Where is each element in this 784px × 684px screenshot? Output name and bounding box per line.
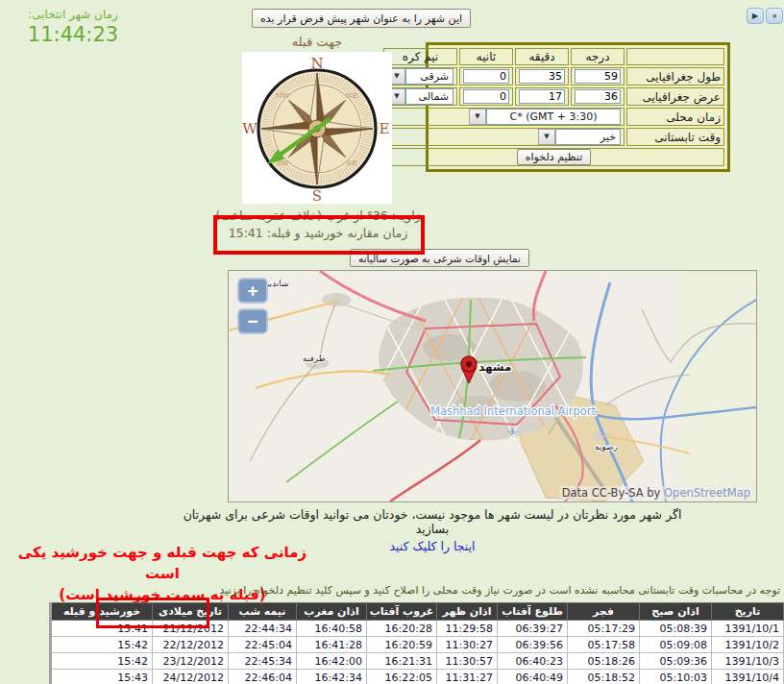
table-cell: 05:10:03 [640, 670, 712, 684]
second-header: ثانیه [459, 48, 513, 65]
table-cell: 11:31:27 [437, 670, 498, 684]
table-cell: 15:43 [51, 670, 153, 684]
play-button[interactable]: ▶ [747, 8, 764, 24]
times-table-header: اذان صبح [640, 603, 712, 621]
compass: N E S W NW NE SW SE [242, 52, 392, 204]
latitude-second-input[interactable] [463, 89, 509, 104]
times-table-header: تاریخ میلادی [153, 603, 229, 621]
table-cell: 22/12/2012 [153, 637, 229, 653]
table-cell: 22:46:04 [229, 670, 297, 684]
map-canvas[interactable]: Mashhad International Airport ✈ شاندیز ط… [229, 271, 756, 501]
click-here-link[interactable]: اینجا را کلیک کنید [389, 539, 475, 553]
compass-west-label: W [242, 120, 257, 137]
dst-value: خیر [555, 129, 621, 145]
map-attribution: Data CC-By-SA by OpenStreetMap [560, 486, 752, 500]
table-cell: 24/12/2012 [153, 670, 229, 684]
attribution-text: Data CC-By-SA by [562, 486, 664, 500]
airplane-icon: ✈ [507, 426, 517, 439]
table-row: 1391/10/205:09:0805:17:5806:39:5611:30:2… [51, 637, 784, 653]
set-default-city-button[interactable]: این شهر را به عنوان شهر پیش فرض قرار بده [252, 9, 471, 28]
qibla-angle-info: زاویه: 36° از غرب (خلاف عقربه ساعت) زمان… [206, 208, 430, 242]
times-table-header: خورشید و قبله [51, 603, 153, 621]
table-cell: 1391/10/4 [712, 670, 784, 684]
table-cell: 22:45:34 [229, 653, 297, 670]
times-table-header: اذان ظهر [437, 603, 498, 621]
selected-city-time: زمان شهر انتخابی: 11:44:23 [6, 8, 140, 46]
times-table-header: طلوع آفتاب [498, 603, 568, 621]
stop-button[interactable]: ■ [766, 8, 783, 24]
longitude-hemisphere-value: شرقی [405, 68, 453, 85]
times-table-body: 1391/10/105:08:3905:17:2906:39:2711:29:5… [51, 621, 784, 684]
longitude-label: طول جغرافیایی [626, 67, 724, 86]
longitude-hemisphere-select[interactable]: شرقی ▼ [388, 68, 453, 85]
table-cell: 11:29:58 [437, 621, 498, 637]
table-cell: 1391/10/2 [712, 637, 784, 653]
play-icon: ▶ [752, 12, 758, 20]
chevron-down-icon[interactable]: ▼ [469, 109, 486, 125]
form-corner-cell [626, 48, 724, 65]
times-table-header: اذان مغرب [297, 603, 367, 621]
local-time-select[interactable]: C* (GMT + 3:30) ▼ [469, 109, 621, 125]
table-cell: 16:41:28 [297, 637, 367, 653]
table-cell: 15:41 [51, 621, 153, 637]
table-cell: 15:42 [51, 637, 153, 653]
table-cell: 06:40:49 [498, 670, 568, 684]
local-time-value: C* (GMT + 3:30) [486, 109, 621, 125]
latitude-minute-input[interactable] [519, 89, 565, 104]
table-row: 1391/10/305:09:3605:18:2606:40:2311:30:5… [51, 653, 784, 670]
custom-set-button[interactable]: تنظیم دلخواه [517, 149, 591, 165]
table-row: 1391/10/405:10:0305:18:5206:40:4911:31:2… [51, 670, 784, 684]
degree-header: درجه [571, 48, 625, 65]
table-cell: 16:21:31 [367, 653, 437, 670]
chevron-down-icon[interactable]: ▼ [538, 129, 555, 145]
longitude-minute-input[interactable] [519, 69, 565, 84]
annual-times-button[interactable]: نمایش اوقات شرعی به صورت سالیانه [350, 249, 529, 267]
compass-northwest-label: NW [275, 91, 290, 100]
build-city-text: اگر شهر مورد نظرتان در لیست شهر ها موجود… [173, 507, 692, 536]
compass-south-label: S [312, 187, 322, 204]
table-cell: 16:22:05 [367, 670, 437, 684]
latitude-label: عرض جغرافیایی [626, 87, 724, 106]
prayer-times-table: تاریخاذان صبحفجرطلوع آفتاباذان ظهرغروب آ… [49, 602, 784, 684]
prayer-times-table-wrap: تاریخاذان صبحفجرطلوع آفتاباذان ظهرغروب آ… [100, 602, 784, 684]
dst-label: وقت تابستانی [626, 128, 724, 146]
selected-city-time-label: زمان شهر انتخابی: [6, 8, 140, 21]
selected-city-time-value: 11:44:23 [6, 23, 140, 46]
compass-southeast-label: SE [346, 159, 356, 167]
table-cell: 1391/10/1 [712, 621, 784, 637]
sun-qibla-match-line: زمان مقارنه خورشید و قبله: 15:41 [206, 225, 430, 242]
table-cell: 16:20:59 [367, 637, 437, 653]
times-table-header: تاریخ [712, 603, 784, 621]
table-cell: 23/12/2012 [153, 653, 229, 670]
minute-header: دقیقه [515, 48, 569, 65]
table-cell: 05:09:08 [640, 637, 712, 653]
compass-north-label: N [310, 55, 323, 72]
map-zoom-in-button[interactable]: + [237, 278, 268, 304]
hemisphere-header: نیم کره [383, 48, 457, 65]
table-cell: 1391/10/3 [712, 653, 784, 670]
latitude-hemisphere-value: شمالی [405, 88, 453, 105]
table-cell: 16:20:28 [367, 621, 437, 637]
compass-rose: N E S W NW NE SW SE [242, 52, 392, 204]
table-cell: 11:30:57 [437, 653, 498, 670]
coordinates-form: درجه دقیقه ثانیه نیم کره طول جغرافیایی ش… [426, 42, 730, 172]
qibla-page: زمان شهر انتخابی: 11:44:23 این شهر را به… [0, 0, 784, 684]
table-cell: 05:17:29 [568, 621, 640, 637]
table-cell: 16:40:58 [297, 621, 367, 637]
table-cell: 11:30:27 [437, 637, 498, 653]
table-cell: 05:09:36 [640, 653, 712, 670]
latitude-degree-input[interactable] [575, 89, 621, 104]
dst-select[interactable]: خیر ▼ [538, 129, 621, 145]
longitude-second-input[interactable] [463, 69, 509, 84]
table-cell: 06:40:23 [498, 653, 568, 670]
openstreetmap-link[interactable]: OpenStreetMap [664, 486, 750, 500]
map-container[interactable]: Mashhad International Airport ✈ شاندیز ط… [228, 270, 757, 502]
table-cell: 16:42:34 [297, 670, 367, 684]
torqabeh-label: طرقبه [303, 354, 326, 363]
times-table-header: نیمه شب [229, 603, 297, 621]
table-cell: 06:39:27 [498, 621, 568, 637]
longitude-degree-input[interactable] [575, 69, 621, 84]
map-zoom-out-button[interactable]: − [237, 308, 268, 334]
local-time-label: زمان محلی [626, 108, 724, 126]
latitude-hemisphere-select[interactable]: شمالی ▼ [388, 88, 453, 105]
